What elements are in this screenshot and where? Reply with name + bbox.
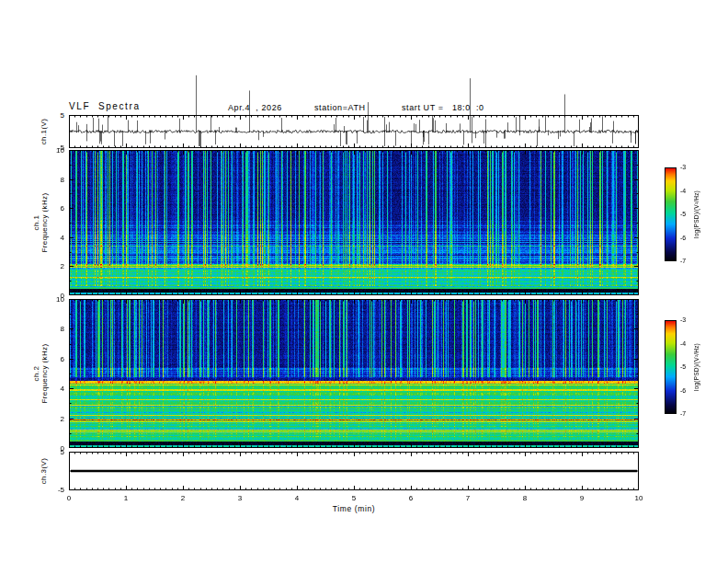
colorbar-ch1-label: log(PSD)/(V²/Hz) <box>692 190 700 238</box>
colorbar-ch2-canvas <box>665 320 677 414</box>
ch1-spec-ytick: 10 <box>46 146 64 155</box>
ch1-wave-axis-label: ch.1(V) <box>40 119 48 145</box>
colorbar-ch1-tick: -5 <box>680 211 686 217</box>
colorbar-ch1-tick: -6 <box>680 235 686 241</box>
ch1-spec-axis-label-line2: Frequency (kHz) <box>40 192 49 252</box>
ch2-spec-ytick: 0 <box>46 444 64 453</box>
time-axis-tick: 3 <box>238 494 242 502</box>
time-axis-tick: 9 <box>580 494 584 502</box>
colorbar-ch1-tick: -7 <box>680 258 686 264</box>
ch2-spec-axis-label-line2: Frequency (kHz) <box>40 343 49 403</box>
time-axis-tick: 5 <box>352 494 356 502</box>
ch2-spectrogram-canvas <box>69 299 639 448</box>
time-axis-tick: 10 <box>635 494 643 502</box>
vlf-spectra-figure: VLF Spectra Apr.4 , 2026 station=ATH sta… <box>0 0 728 563</box>
colorbar-ch2-tick: -6 <box>680 387 686 394</box>
ch1-spec-axis-label-line1: ch.1 <box>32 192 40 252</box>
ch1-spec-ytick: 6 <box>46 204 64 213</box>
time-axis-tick: 6 <box>409 494 413 502</box>
ch3-wave-ytick-bottom: -5 <box>46 486 64 494</box>
time-axis-tick: 7 <box>466 494 470 502</box>
time-axis-tick: 0 <box>67 494 71 502</box>
colorbar-ch1-canvas <box>665 167 677 261</box>
ch1-spectrogram-canvas <box>69 150 639 295</box>
ch2-spec-axis-label: ch.2 Frequency (kHz) <box>32 343 49 403</box>
ch2-spec-ytick: 2 <box>46 415 64 423</box>
time-axis-label: Time (min) <box>333 504 375 513</box>
ch1-wave-ytick-top: 5 <box>46 111 64 120</box>
time-axis-tick: 2 <box>181 494 185 502</box>
colorbar-ch1-tick: -3 <box>680 164 686 170</box>
time-axis-tick: 1 <box>124 494 128 502</box>
ch2-spec-ytick: 6 <box>46 355 64 363</box>
colorbar-ch2-tick: -4 <box>680 340 686 347</box>
time-axis-tick: 4 <box>295 494 299 502</box>
ch3-waveform-canvas <box>69 452 639 490</box>
ch1-spec-ytick: 4 <box>46 234 64 242</box>
colorbar-ch2-tick: -3 <box>680 316 686 323</box>
ch2-spec-ytick: 8 <box>46 325 64 333</box>
colorbar-ch1-tick: -4 <box>680 188 686 194</box>
ch1-waveform-canvas <box>69 53 639 148</box>
colorbar-ch2-tick: -7 <box>680 410 686 417</box>
ch1-spec-axis-label: ch.1 Frequency (kHz) <box>32 192 49 252</box>
ch2-spec-ytick: 4 <box>46 385 64 393</box>
time-axis-tick: 8 <box>523 494 527 502</box>
ch1-spec-ytick: 8 <box>46 176 64 184</box>
ch1-spec-ytick: 2 <box>46 262 64 270</box>
colorbar-ch2-label: log(PSD)/(V²/Hz) <box>692 343 700 391</box>
ch3-wave-axis-label: ch.3(V) <box>40 458 48 485</box>
ch2-spec-axis-label-line1: ch.2 <box>32 343 40 403</box>
ch2-spec-ytick: 10 <box>46 295 64 304</box>
colorbar-ch2-tick: -5 <box>680 363 686 370</box>
